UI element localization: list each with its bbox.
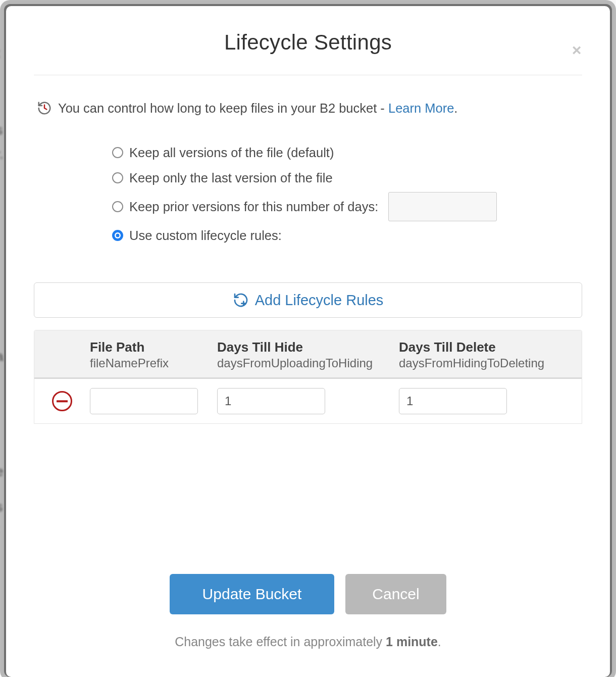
days-till-delete-input[interactable] xyxy=(399,388,507,414)
option-keep-all[interactable]: Keep all versions of the file (default) xyxy=(112,140,582,165)
lifecycle-option-group: Keep all versions of the file (default) … xyxy=(34,140,582,248)
option-keep-last[interactable]: Keep only the last version of the file xyxy=(112,165,582,190)
description-text: You can control how long to keep files i… xyxy=(58,101,457,116)
add-lifecycle-rules-label: Add Lifecycle Rules xyxy=(255,292,384,309)
option-use-custom[interactable]: Use custom lifecycle rules: xyxy=(112,223,582,248)
description-row: You can control how long to keep files i… xyxy=(34,101,582,116)
option-keep-prior-days[interactable]: Keep prior versions for this number of d… xyxy=(112,190,582,223)
modal-header: Lifecycle Settings × xyxy=(34,6,582,75)
modal-title: Lifecycle Settings xyxy=(34,30,582,55)
radio-icon xyxy=(112,201,123,212)
close-icon: × xyxy=(572,41,582,59)
col-days-hide: Days Till Hide daysFromUploadingToHiding xyxy=(217,340,399,370)
modal-footer: Update Bucket Cancel Changes take effect… xyxy=(34,562,582,649)
table-row xyxy=(34,379,582,423)
prior-days-input[interactable] xyxy=(388,192,497,221)
learn-more-link[interactable]: Learn More xyxy=(388,101,454,115)
option-label: Keep prior versions for this number of d… xyxy=(129,200,378,214)
radio-icon xyxy=(112,230,123,241)
radio-icon xyxy=(112,172,123,183)
add-lifecycle-rules-button[interactable]: Add Lifecycle Rules xyxy=(34,282,582,318)
lifecycle-rules-table: File Path fileNamePrefix Days Till Hide … xyxy=(34,330,582,424)
history-add-icon xyxy=(233,292,249,308)
modal-body: You can control how long to keep files i… xyxy=(34,75,582,562)
close-button[interactable]: × xyxy=(568,41,585,59)
col-days-delete: Days Till Delete daysFromHidingToDeletin… xyxy=(399,340,582,370)
file-path-input[interactable] xyxy=(90,388,198,414)
table-header: File Path fileNamePrefix Days Till Hide … xyxy=(34,330,582,379)
option-label: Keep only the last version of the file xyxy=(129,171,333,185)
option-label: Keep all versions of the file (default) xyxy=(129,146,334,160)
footer-note: Changes take effect in approximately 1 m… xyxy=(34,635,582,649)
history-icon xyxy=(37,101,52,116)
option-label: Use custom lifecycle rules: xyxy=(129,228,282,243)
cancel-button[interactable]: Cancel xyxy=(345,574,446,614)
col-file-path: File Path fileNamePrefix xyxy=(90,340,217,370)
lifecycle-settings-modal: Lifecycle Settings × You can control how… xyxy=(6,6,610,677)
update-bucket-button[interactable]: Update Bucket xyxy=(170,574,334,614)
remove-rule-button[interactable] xyxy=(52,391,72,411)
radio-icon xyxy=(112,147,123,158)
days-till-hide-input[interactable] xyxy=(217,388,325,414)
